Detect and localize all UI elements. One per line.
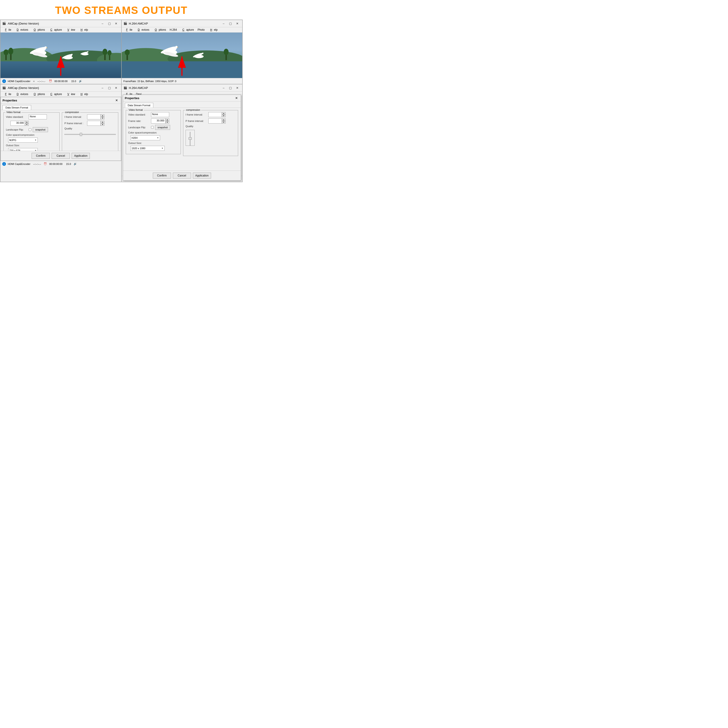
minimize-button-bl[interactable]: –	[99, 86, 106, 90]
bottom-left-titlebar: 🎬 AMCap (Demo Version) – ▢ ✕	[0, 84, 121, 92]
i-up-right[interactable]: ▲	[222, 112, 226, 115]
v-slider-track[interactable]	[190, 132, 191, 145]
cancel-button-right[interactable]: Cancel	[173, 173, 191, 179]
menu-capture[interactable]: Capture	[47, 28, 64, 32]
menu-options[interactable]: Options	[30, 28, 47, 32]
close-button-br[interactable]: ✕	[234, 86, 240, 90]
page-header: TWO STREAMS OUTPUT	[0, 0, 243, 20]
tab-data-stream-left[interactable]: Data Stream Format	[3, 105, 31, 110]
menu-help-bl[interactable]: Help	[77, 92, 90, 96]
p-frame-up[interactable]: ▲	[101, 121, 104, 123]
bl-vol: 🔊	[74, 162, 77, 165]
menu-options-bl[interactable]: Options	[30, 92, 47, 96]
p-frame-btns-right: ▲ ▼	[222, 118, 226, 124]
minimize-button-br[interactable]: –	[220, 86, 227, 90]
fr-up-right[interactable]: ▲	[165, 118, 169, 121]
menu-file-tr[interactable]: File	[122, 28, 134, 32]
cancel-button-left[interactable]: Cancel	[52, 153, 70, 159]
quality-slider-track[interactable]	[64, 134, 116, 135]
minimize-button-tr[interactable]: –	[220, 21, 227, 26]
svg-point-12	[107, 50, 112, 55]
v-slider-thumb[interactable]	[188, 138, 192, 140]
p-frame-down[interactable]: ▼	[101, 123, 104, 126]
menu-file[interactable]: File	[2, 28, 13, 32]
fr-input-right[interactable]: 30.000	[151, 118, 165, 124]
video-standard-row-right: Video standard: None	[128, 112, 178, 117]
menu-capture-tr[interactable]: Capture	[179, 28, 196, 32]
snapshot-button-left[interactable]: snapshot	[33, 127, 48, 132]
cs-label-right: Color space/compression:	[128, 131, 157, 134]
application-button-right[interactable]: Application	[193, 173, 211, 179]
video-format-label-right: Video format	[128, 109, 144, 111]
svg-point-6	[4, 50, 8, 55]
page-title: TWO STREAMS OUTPUT	[0, 4, 243, 16]
quality-slider-thumb[interactable]	[80, 133, 82, 136]
landscape-checkbox-label	[29, 128, 31, 131]
p-frame-label: P frame interval :	[64, 122, 87, 125]
menu-devices-tr[interactable]: Devices	[134, 28, 151, 32]
tab-data-stream-right[interactable]: Data Stream Format	[125, 103, 153, 107]
frame-rate-spinner-btns: ▲ ▼	[25, 121, 29, 126]
video-standard-input[interactable]: None	[29, 115, 47, 119]
menu-help-tr[interactable]: Help	[206, 28, 219, 32]
menu-capture-bl[interactable]: Capture	[47, 92, 64, 96]
maximize-button[interactable]: ▢	[106, 21, 113, 26]
quadrant-top-right: 🎬 H.264 AMCAP – ▢ ✕ File Devices Options…	[121, 20, 243, 84]
statusbar-fps: 15.0	[71, 80, 76, 83]
application-button-left[interactable]: Application	[72, 153, 90, 159]
maximize-button-br[interactable]: ▢	[227, 86, 234, 90]
p-down-right[interactable]: ▼	[222, 121, 226, 124]
bottom-left-window-title: AMCap (Demo Version)	[8, 86, 99, 90]
vs-input-right[interactable]: None	[151, 112, 169, 117]
frame-rate-input[interactable]: 30.000	[11, 121, 25, 126]
cs-select-right[interactable]: H264 ▼	[130, 135, 160, 140]
snapshot-button-right[interactable]: snapshot	[155, 125, 170, 130]
close-button-tr[interactable]: ✕	[234, 21, 240, 26]
statusbar-separator2: --:--:--.-	[37, 80, 45, 83]
quadrant-bottom-right: 🎬 H.264 AMCAP – ▢ ✕ File Devices...	[121, 84, 243, 182]
close-button-bl[interactable]: ✕	[113, 86, 119, 90]
i-frame-up[interactable]: ▲	[101, 115, 104, 117]
p-frame-input-right[interactable]	[208, 118, 222, 124]
i-frame-input[interactable]	[87, 115, 101, 119]
menu-file-bl[interactable]: File	[2, 92, 13, 96]
p-frame-row: P frame interval : ▲ ▼	[64, 121, 116, 126]
i-down-right[interactable]: ▼	[222, 115, 226, 117]
dialog-close-left[interactable]: ✕	[114, 98, 119, 102]
frame-rate-up[interactable]: ▲	[25, 121, 29, 123]
menu-devices[interactable]: Devices	[13, 28, 30, 32]
menu-photo[interactable]: Photo	[196, 28, 206, 32]
confirm-button-right[interactable]: Confirm	[153, 173, 171, 179]
dialog-close-right[interactable]: ✕	[234, 96, 239, 100]
os-select-right[interactable]: 1920 x 1080 ▼	[130, 146, 165, 151]
os-label-right: Outout Size:	[128, 142, 151, 144]
i-frame-btns-right: ▲ ▼	[222, 112, 226, 117]
frame-rate-down[interactable]: ▼	[25, 123, 29, 126]
landscape-checkbox-right[interactable]	[151, 126, 154, 129]
landscape-checkbox[interactable]	[29, 128, 31, 131]
output-size-label: Outout Size:	[6, 144, 29, 147]
maximize-button-bl[interactable]: ▢	[106, 86, 113, 90]
i-frame-down[interactable]: ▼	[101, 117, 104, 119]
quality-slider-area	[64, 131, 116, 138]
menu-h264[interactable]: H.264	[168, 28, 179, 32]
maximize-button-tr[interactable]: ▢	[227, 21, 234, 26]
quality-label-right: Quality	[186, 125, 208, 128]
menu-view[interactable]: View	[64, 28, 77, 32]
p-up-right[interactable]: ▲	[222, 118, 226, 121]
close-button[interactable]: ✕	[113, 21, 119, 26]
menu-devices-bl[interactable]: Devices	[13, 92, 30, 96]
menu-help[interactable]: Help	[77, 28, 90, 32]
confirm-button-left[interactable]: Confirm	[32, 153, 50, 159]
minimize-button[interactable]: –	[99, 21, 106, 26]
bottom-left-statusbar: i HDMI Cap&Encoder --:--:--.- ⏰ 00:00:00…	[0, 161, 121, 167]
quadrant-grid: 🎬 AMCap (Demo Version) – ▢ ✕ File Device…	[0, 20, 243, 182]
menu-options-tr[interactable]: Options	[151, 28, 168, 32]
color-space-select[interactable]: MJPG ▼	[8, 138, 38, 142]
fr-down-right[interactable]: ▼	[165, 121, 169, 124]
i-frame-input-right[interactable]	[208, 112, 222, 117]
menu-view-bl[interactable]: View	[64, 92, 77, 96]
p-frame-input[interactable]	[87, 121, 101, 126]
svg-point-32	[223, 49, 228, 55]
landscape-label: Landscape Flip:	[6, 128, 29, 131]
